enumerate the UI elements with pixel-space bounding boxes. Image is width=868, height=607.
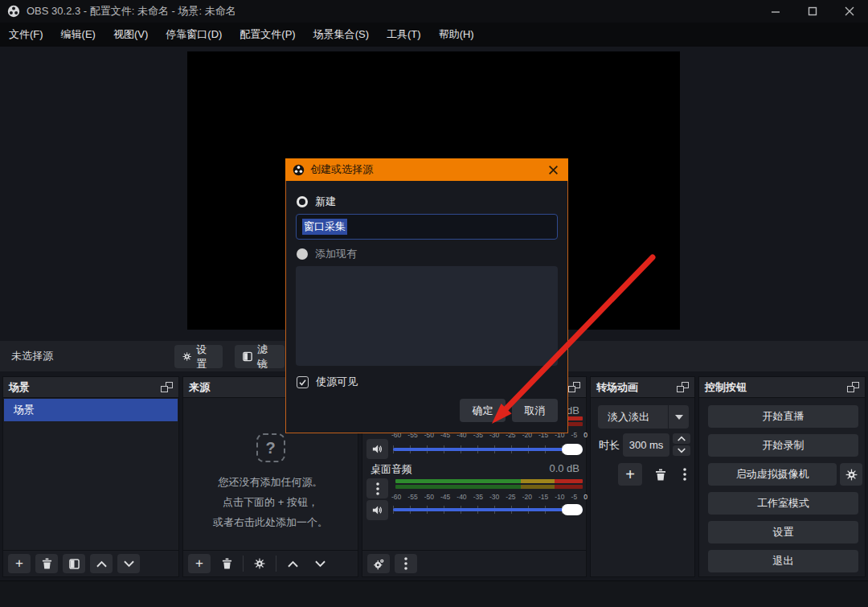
filters-icon	[243, 351, 252, 362]
gear-icon	[254, 558, 265, 569]
popout-icon[interactable]	[161, 382, 173, 392]
mute-button[interactable]	[366, 500, 388, 520]
maximize-button[interactable]	[794, 0, 831, 23]
scenes-dock: 场景 场景 +	[2, 376, 179, 577]
window-title: OBS 30.2.3 - 配置文件: 未命名 - 场景: 未命名	[27, 4, 236, 18]
menu-docks[interactable]: 停靠窗口(D)	[157, 23, 231, 47]
advanced-audio-button[interactable]	[367, 554, 390, 573]
controls-dock-header: 控制按钮	[699, 377, 865, 398]
ok-button[interactable]: 确定	[460, 399, 506, 422]
menu-help[interactable]: 帮助(H)	[430, 23, 483, 47]
move-scene-up-button[interactable]	[90, 554, 113, 573]
transition-menu-button[interactable]	[679, 465, 690, 484]
transitions-dock: 转场动画 淡入淡出 时长 300 ms +	[590, 376, 695, 577]
popout-icon[interactable]	[847, 382, 859, 392]
dialog-close-button[interactable]	[546, 162, 561, 178]
remove-transition-button[interactable]	[649, 465, 672, 484]
start-virtual-camera-button[interactable]: 启动虚拟摄像机	[708, 463, 837, 486]
dialog-title: 创建或选择源	[310, 162, 546, 177]
scenes-dock-header: 场景	[3, 377, 178, 398]
chevron-down-icon	[678, 448, 686, 453]
desktop-audio-scale: -60-55-50 -45-40-35 -30-25-20 -15-10-5 0	[391, 493, 588, 501]
controls-dock: 控制按钮 开始直播 开始录制 启动虚拟摄像机 工作室模式 设置 退出	[698, 376, 866, 577]
add-scene-button[interactable]: +	[8, 554, 31, 573]
remove-source-button[interactable]	[215, 554, 238, 573]
source-properties-button[interactable]	[248, 554, 271, 573]
slider-handle[interactable]	[562, 444, 583, 455]
menu-tools[interactable]: 工具(T)	[378, 23, 430, 47]
transitions-dock-header: 转场动画	[591, 377, 694, 398]
cancel-button[interactable]: 取消	[512, 399, 558, 422]
popout-icon[interactable]	[568, 382, 580, 392]
source-name-input[interactable]: 窗口采集	[296, 214, 558, 240]
source-properties-button[interactable]: 设置	[174, 345, 223, 368]
desktop-audio-label: 桌面音频	[371, 462, 412, 477]
exit-button[interactable]: 退出	[708, 550, 858, 572]
menu-file[interactable]: 文件(F)	[0, 23, 52, 47]
speaker-icon	[371, 504, 383, 516]
radio-unselected-icon	[297, 248, 308, 260]
settings-button[interactable]: 设置	[708, 521, 858, 543]
scene-list-item[interactable]: 场景	[4, 399, 178, 421]
mixer-channel1-db: dB	[567, 404, 579, 416]
step-up-button[interactable]	[673, 433, 690, 444]
radio-add-existing[interactable]: 添加现有	[297, 247, 357, 261]
move-source-up-button[interactable]	[281, 554, 304, 573]
kebab-menu-icon	[404, 557, 407, 570]
menu-scene-collection[interactable]: 场景集合(S)	[305, 23, 378, 47]
minimize-button[interactable]	[757, 0, 794, 23]
scenes-title: 场景	[9, 380, 30, 395]
trash-icon	[655, 469, 666, 481]
obs-logo-icon	[7, 5, 20, 18]
speaker-icon	[371, 443, 383, 455]
desktop-audio-meter	[395, 479, 583, 491]
obs-logo-icon	[293, 164, 305, 176]
start-streaming-button[interactable]: 开始直播	[708, 405, 858, 428]
add-transition-button[interactable]: +	[618, 463, 642, 486]
make-source-visible-checkbox[interactable]: 使源可见	[297, 375, 358, 389]
status-bar: 00:00:00 00:00:00 CPU: 0.6% 60.00 / 60.0…	[0, 580, 868, 607]
trash-icon	[42, 558, 52, 569]
remove-scene-button[interactable]	[35, 554, 58, 573]
source-filters-button[interactable]: 滤镜	[235, 345, 285, 368]
scene-filters-button[interactable]	[63, 554, 85, 573]
move-source-down-button[interactable]	[309, 554, 331, 573]
start-recording-button[interactable]: 开始录制	[708, 434, 858, 457]
mixer-menu-button[interactable]	[395, 554, 417, 573]
obs-main-window: OBS 30.2.3 - 配置文件: 未命名 - 场景: 未命名 文件(F) 编…	[0, 0, 868, 607]
volume-slider[interactable]	[393, 442, 583, 457]
slider-handle[interactable]	[562, 504, 583, 515]
kebab-menu-icon	[683, 468, 686, 481]
step-down-button[interactable]	[673, 445, 690, 456]
desktop-audio-db: 0.0 dB	[549, 462, 579, 474]
filters-icon	[69, 559, 80, 569]
move-scene-down-button[interactable]	[117, 554, 140, 573]
dialog-titlebar[interactable]: 创建或选择源	[285, 158, 568, 181]
radio-selected-icon	[297, 196, 308, 207]
volume-slider[interactable]	[393, 502, 583, 517]
chevron-down-icon	[124, 560, 134, 568]
gear-icon	[845, 469, 858, 481]
controls-title: 控制按钮	[705, 380, 747, 395]
menu-view[interactable]: 视图(V)	[104, 23, 157, 47]
radio-create-new[interactable]: 新建	[297, 195, 336, 209]
window-titlebar: OBS 30.2.3 - 配置文件: 未命名 - 场景: 未命名	[0, 0, 868, 23]
transition-select[interactable]: 淡入淡出	[598, 405, 689, 429]
gears-icon	[373, 558, 385, 570]
popout-icon[interactable]	[677, 382, 689, 392]
add-source-button[interactable]: +	[188, 554, 211, 573]
close-button[interactable]	[831, 0, 868, 23]
duration-spinbox[interactable]: 300 ms	[623, 433, 669, 457]
existing-sources-list[interactable]	[296, 266, 558, 366]
menu-edit[interactable]: 编辑(E)	[52, 23, 104, 47]
studio-mode-button[interactable]: 工作室模式	[708, 492, 858, 515]
scenes-toolbar: +	[3, 550, 178, 576]
duration-stepper[interactable]	[673, 433, 690, 456]
selected-text: 窗口采集	[302, 219, 347, 235]
mute-button[interactable]	[366, 439, 388, 459]
menu-profile[interactable]: 配置文件(P)	[231, 23, 304, 47]
menu-bar: 文件(F) 编辑(E) 视图(V) 停靠窗口(D) 配置文件(P) 场景集合(S…	[0, 23, 868, 47]
sources-empty-state: ? 您还没有添加任何源。 点击下面的 + 按钮， 或者右击此处添加一个。	[183, 433, 358, 532]
virtual-camera-settings-button[interactable]	[840, 463, 862, 486]
channel-menu-button[interactable]	[366, 478, 388, 498]
